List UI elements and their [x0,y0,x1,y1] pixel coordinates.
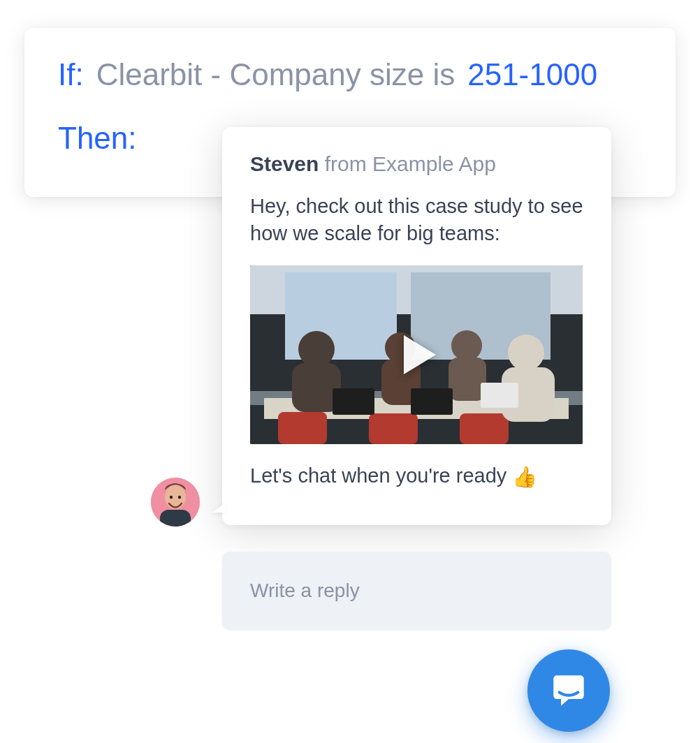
svg-point-21 [165,485,186,509]
svg-point-9 [298,331,335,367]
rule-value[interactable]: 251-1000 [467,57,597,93]
svg-rect-6 [278,412,327,444]
rule-if-row: If: Clearbit - Company size is 251-1000 [58,57,642,93]
message-text-1: Hey, check out this case study to see ho… [250,193,583,247]
svg-rect-24 [160,510,191,527]
svg-point-22 [170,496,173,499]
video-thumbnail [250,265,583,444]
bubble-tail [212,503,225,513]
svg-rect-7 [369,413,418,444]
reply-box[interactable] [222,552,611,630]
message-text-2: Let's chat when you're ready 👍 [250,462,583,491]
svg-point-11 [385,332,416,363]
case-study-video[interactable] [250,265,583,444]
sender-name: Steven [250,152,319,175]
svg-rect-19 [481,383,518,408]
reply-input[interactable] [250,580,583,602]
message-text-2-text: Let's chat when you're ready [250,464,512,487]
svg-point-13 [451,330,482,361]
svg-rect-14 [449,358,486,401]
intercom-launcher-icon [548,670,589,711]
chat-launcher-button[interactable] [527,649,610,732]
sender-line: Steven from Example App [250,152,583,176]
sender-avatar[interactable] [151,478,200,527]
svg-rect-8 [460,413,509,444]
sender-from: from Example App [319,152,495,175]
if-keyword: If: [58,57,84,93]
thumbs-up-icon: 👍 [512,464,537,491]
then-keyword: Then: [58,121,137,155]
chat-message-bubble: Steven from Example App Hey, check out t… [222,127,611,525]
svg-point-15 [508,334,544,371]
svg-point-23 [178,496,181,499]
rule-attribute[interactable]: Clearbit - Company size is [96,57,455,93]
svg-rect-18 [411,388,453,415]
svg-rect-17 [333,388,374,415]
